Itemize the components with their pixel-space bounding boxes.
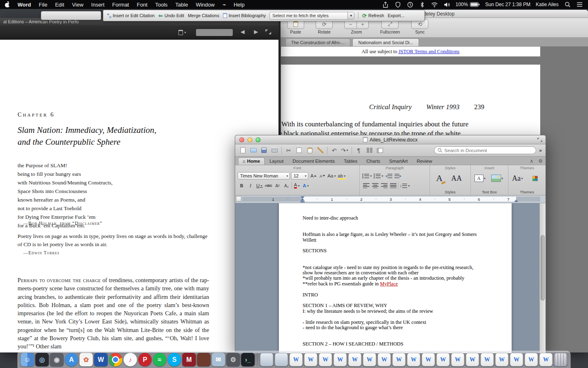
minimized-word-doc[interactable]: W: [539, 353, 553, 366]
italic-button[interactable]: I: [247, 182, 254, 189]
fullscreen-tool-button[interactable]: ⤢Fullscreen: [380, 19, 400, 34]
close-button[interactable]: [239, 137, 244, 142]
rotate-tool-button[interactable]: ⟳Rotate: [316, 19, 333, 34]
menu-item[interactable]: Edit: [55, 2, 64, 8]
highlight-button[interactable]: ab▼: [338, 172, 346, 180]
minimized-word-doc[interactable]: W: [363, 353, 376, 366]
tab-stop-selector[interactable]: [236, 196, 241, 202]
page-view-button[interactable]: ▼: [178, 29, 187, 36]
bullets-button[interactable]: ▼: [362, 172, 372, 180]
paste-tool-button[interactable]: Paste: [287, 19, 304, 34]
open-button[interactable]: [249, 146, 257, 154]
refresh-button[interactable]: ⟳ Refresh: [362, 13, 384, 19]
myplace-link[interactable]: MyPlace: [380, 281, 398, 287]
lens-app[interactable]: ◎: [36, 353, 49, 366]
tab-smartart[interactable]: SmartArt: [385, 158, 412, 165]
tab-review[interactable]: Review: [412, 158, 436, 165]
skype[interactable]: S: [168, 353, 181, 366]
strikethrough-button[interactable]: ABC: [265, 182, 272, 189]
pinterest[interactable]: P: [138, 353, 152, 366]
justify-button[interactable]: [389, 182, 397, 189]
insert-bibliography-button[interactable]: Insert Bibliography: [223, 13, 266, 18]
pdf-tab-1[interactable]: The Construction of Afro-...: [285, 38, 350, 46]
bluetooth-icon[interactable]: [419, 2, 426, 8]
pdf-tab-2[interactable]: Nationalism and Social Di...: [352, 38, 419, 46]
merge-citations-button[interactable]: Merge Citations: [188, 13, 219, 18]
notification-center-icon[interactable]: [576, 2, 583, 8]
format-painter-button[interactable]: [316, 146, 324, 154]
minimized-word-doc[interactable]: W: [392, 353, 406, 366]
scrollbar-track[interactable]: [539, 203, 546, 353]
cut-button[interactable]: ✂: [285, 146, 292, 154]
system-preferences[interactable]: ⚙: [227, 353, 240, 366]
sidebar-button[interactable]: [376, 146, 384, 154]
minimized-word-doc[interactable]: W: [481, 353, 494, 366]
minimized-window[interactable]: [275, 353, 288, 366]
superscript-button[interactable]: A²: [274, 182, 281, 189]
font-size-select[interactable]: 12▼: [291, 172, 308, 180]
ribbon-settings-icon[interactable]: ⚙: [538, 158, 543, 164]
time-machine-icon[interactable]: [407, 2, 414, 8]
battery-indicator[interactable]: 100%: [456, 2, 480, 7]
maroon-app[interactable]: [197, 353, 211, 366]
menu-item-help[interactable]: Help: [234, 2, 245, 8]
tab-layout[interactable]: Layout: [265, 158, 288, 165]
mail[interactable]: ✉: [212, 353, 225, 366]
minimized-word-doc[interactable]: W: [290, 353, 303, 366]
shield-icon[interactable]: [394, 2, 401, 8]
document-page[interactable]: Need to inter-disc approachHoffman is al…: [279, 203, 512, 353]
menu-item[interactable]: View: [72, 2, 83, 8]
finder[interactable]: ☺: [21, 353, 34, 366]
left-indent-marker[interactable]: [301, 201, 305, 202]
shrink-font-button[interactable]: A: [318, 172, 326, 180]
minimized-word-doc[interactable]: W: [422, 353, 435, 366]
line-spacing-button[interactable]: ↕▼: [400, 182, 410, 189]
citation-style-select[interactable]: Select me to fetch the styles ▼: [270, 12, 354, 20]
terminal[interactable]: ›_: [241, 353, 255, 366]
minimized-word-doc[interactable]: W: [348, 353, 362, 366]
font-color-button[interactable]: A▼: [293, 182, 301, 189]
photo-booth[interactable]: ◉: [50, 353, 64, 366]
themes-button[interactable]: Aa▼: [510, 171, 526, 186]
minimized-word-doc[interactable]: W: [334, 353, 347, 366]
minimized-word-doc[interactable]: W: [451, 353, 465, 366]
underline-button[interactable]: U▼: [256, 182, 263, 189]
script-menu-icon[interactable]: ⌁: [223, 1, 226, 8]
tab-tables[interactable]: Tables: [340, 158, 361, 165]
ribbon-collapse-button[interactable]: ∧: [530, 158, 533, 164]
zoom-button[interactable]: [256, 137, 261, 142]
menu-item[interactable]: Window: [196, 2, 214, 8]
app-menu-word[interactable]: Word: [18, 2, 31, 8]
reader-fullscreen-button[interactable]: [265, 29, 271, 34]
copy-button[interactable]: [295, 146, 303, 154]
minimized-word-doc[interactable]: W: [304, 353, 318, 366]
photos[interactable]: ✿: [80, 353, 93, 366]
chrome[interactable]: [109, 353, 122, 366]
styles-pane-button[interactable]: AA: [449, 171, 464, 186]
apple-menu-icon[interactable]: [5, 2, 10, 7]
word-fullscreen-button[interactable]: [537, 138, 542, 142]
menu-item[interactable]: File: [39, 2, 47, 8]
menu-bar-user[interactable]: Katie Ailes: [536, 2, 559, 7]
text-box-button[interactable]: A▼: [472, 171, 488, 186]
text-effects-button[interactable]: A▼: [302, 182, 310, 189]
align-left-button[interactable]: [362, 182, 370, 189]
right-indent-marker[interactable]: [514, 200, 518, 202]
insert-picture-button[interactable]: ▼: [490, 171, 505, 186]
minimized-word-doc[interactable]: W: [407, 353, 421, 366]
volume-icon[interactable]: [443, 2, 450, 8]
next-page-button[interactable]: ▶: [252, 29, 260, 35]
word-ruler[interactable]: 11234567········: [235, 195, 546, 203]
menu-bar-clock[interactable]: Sun Dec 27 1:38 PM: [485, 2, 530, 7]
paste-button[interactable]: [306, 146, 314, 154]
align-center-button[interactable]: [371, 182, 379, 189]
minimized-word-doc[interactable]: W: [437, 353, 450, 366]
columns-button[interactable]: [365, 146, 373, 154]
print-button[interactable]: [271, 146, 278, 154]
menu-item[interactable]: Format: [112, 2, 129, 8]
search-field[interactable]: [434, 146, 536, 154]
change-case-button[interactable]: Aa▼: [327, 172, 336, 180]
spotify[interactable]: ≈: [153, 353, 167, 366]
styles-button[interactable]: A: [432, 171, 447, 186]
minimize-button[interactable]: [247, 137, 252, 142]
